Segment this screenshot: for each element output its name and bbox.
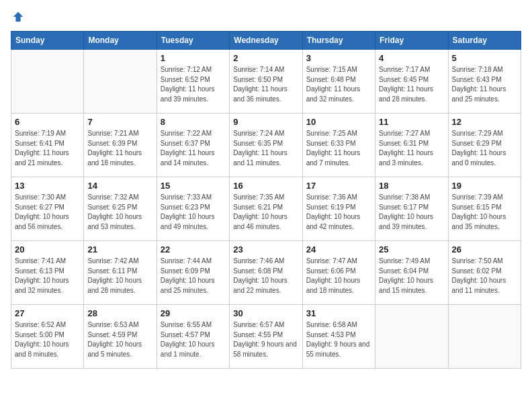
calendar-cell — [11, 50, 84, 113]
calendar-cell: 30Sunrise: 6:57 AM Sunset: 4:55 PM Dayli… — [230, 305, 302, 369]
calendar-cell — [375, 305, 448, 369]
calendar-week-1: 1Sunrise: 7:12 AM Sunset: 6:52 PM Daylig… — [11, 50, 521, 113]
calendar-cell: 31Sunrise: 6:58 AM Sunset: 4:53 PM Dayli… — [302, 305, 375, 369]
cell-info: Sunrise: 7:39 AM Sunset: 6:15 PM Dayligh… — [452, 193, 517, 232]
logo — [11, 11, 24, 23]
day-number: 16 — [233, 181, 298, 191]
cell-info: Sunrise: 7:46 AM Sunset: 6:08 PM Dayligh… — [233, 257, 298, 295]
day-number: 10 — [306, 117, 371, 127]
calendar-cell: 5Sunrise: 7:18 AM Sunset: 6:43 PM Daylig… — [448, 50, 521, 113]
day-number: 30 — [233, 308, 298, 318]
cell-info: Sunrise: 7:29 AM Sunset: 6:29 PM Dayligh… — [452, 129, 517, 168]
cell-info: Sunrise: 7:15 AM Sunset: 6:48 PM Dayligh… — [306, 65, 371, 104]
calendar-cell: 21Sunrise: 7:42 AM Sunset: 6:11 PM Dayli… — [84, 241, 157, 305]
day-number: 1 — [161, 53, 226, 63]
calendar-cell: 10Sunrise: 7:25 AM Sunset: 6:33 PM Dayli… — [302, 113, 375, 177]
day-number: 24 — [306, 244, 371, 255]
calendar-cell: 27Sunrise: 6:52 AM Sunset: 5:00 PM Dayli… — [11, 305, 84, 369]
cell-info: Sunrise: 7:22 AM Sunset: 6:37 PM Dayligh… — [161, 129, 226, 168]
calendar-cell: 15Sunrise: 7:33 AM Sunset: 6:23 PM Dayli… — [157, 177, 229, 241]
cell-info: Sunrise: 7:38 AM Sunset: 6:17 PM Dayligh… — [379, 193, 444, 232]
day-header-friday: Friday — [375, 32, 448, 50]
calendar-cell: 12Sunrise: 7:29 AM Sunset: 6:29 PM Dayli… — [448, 113, 521, 177]
day-header-sunday: Sunday — [11, 32, 84, 50]
cell-info: Sunrise: 7:25 AM Sunset: 6:33 PM Dayligh… — [306, 129, 371, 168]
cell-info: Sunrise: 7:49 AM Sunset: 6:04 PM Dayligh… — [379, 257, 444, 295]
cell-info: Sunrise: 7:42 AM Sunset: 6:11 PM Dayligh… — [87, 257, 152, 295]
calendar-cell: 17Sunrise: 7:36 AM Sunset: 6:19 PM Dayli… — [302, 177, 375, 241]
day-number: 17 — [306, 181, 371, 191]
calendar-cell: 24Sunrise: 7:47 AM Sunset: 6:06 PM Dayli… — [302, 241, 375, 305]
calendar-cell: 4Sunrise: 7:17 AM Sunset: 6:45 PM Daylig… — [375, 50, 448, 113]
day-number: 26 — [452, 244, 517, 255]
cell-info: Sunrise: 7:19 AM Sunset: 6:41 PM Dayligh… — [15, 129, 80, 168]
day-number: 4 — [379, 53, 444, 63]
cell-info: Sunrise: 7:24 AM Sunset: 6:35 PM Dayligh… — [233, 129, 298, 168]
cell-info: Sunrise: 7:17 AM Sunset: 6:45 PM Dayligh… — [379, 65, 444, 104]
day-number: 5 — [452, 53, 517, 63]
calendar-week-5: 27Sunrise: 6:52 AM Sunset: 5:00 PM Dayli… — [11, 305, 521, 369]
day-number: 2 — [233, 53, 298, 63]
day-number: 21 — [87, 244, 152, 255]
calendar-cell: 11Sunrise: 7:27 AM Sunset: 6:31 PM Dayli… — [375, 113, 448, 177]
calendar-week-2: 6Sunrise: 7:19 AM Sunset: 6:41 PM Daylig… — [11, 113, 521, 177]
calendar-cell: 16Sunrise: 7:35 AM Sunset: 6:21 PM Dayli… — [230, 177, 302, 241]
calendar-cell — [448, 305, 521, 369]
calendar-cell: 25Sunrise: 7:49 AM Sunset: 6:04 PM Dayli… — [375, 241, 448, 305]
cell-info: Sunrise: 7:18 AM Sunset: 6:43 PM Dayligh… — [452, 65, 517, 104]
calendar-cell: 6Sunrise: 7:19 AM Sunset: 6:41 PM Daylig… — [11, 113, 84, 177]
cell-info: Sunrise: 7:32 AM Sunset: 6:25 PM Dayligh… — [87, 193, 152, 232]
cell-info: Sunrise: 7:35 AM Sunset: 6:21 PM Dayligh… — [233, 193, 298, 232]
cell-info: Sunrise: 6:53 AM Sunset: 4:59 PM Dayligh… — [87, 320, 152, 359]
day-number: 27 — [15, 308, 80, 318]
cell-info: Sunrise: 7:47 AM Sunset: 6:06 PM Dayligh… — [306, 257, 371, 295]
calendar-cell: 14Sunrise: 7:32 AM Sunset: 6:25 PM Dayli… — [84, 177, 157, 241]
cell-info: Sunrise: 6:57 AM Sunset: 4:55 PM Dayligh… — [233, 320, 298, 359]
calendar-cell: 1Sunrise: 7:12 AM Sunset: 6:52 PM Daylig… — [157, 50, 229, 113]
cell-info: Sunrise: 7:12 AM Sunset: 6:52 PM Dayligh… — [161, 65, 226, 104]
logo-icon — [12, 11, 24, 23]
cell-info: Sunrise: 7:21 AM Sunset: 6:39 PM Dayligh… — [87, 129, 152, 168]
day-header-saturday: Saturday — [448, 32, 521, 50]
calendar-week-4: 20Sunrise: 7:41 AM Sunset: 6:13 PM Dayli… — [11, 241, 521, 305]
cell-info: Sunrise: 6:52 AM Sunset: 5:00 PM Dayligh… — [15, 320, 80, 359]
day-number: 7 — [87, 117, 152, 127]
day-number: 14 — [87, 181, 152, 191]
day-number: 12 — [452, 117, 517, 127]
cell-info: Sunrise: 7:14 AM Sunset: 6:50 PM Dayligh… — [233, 65, 298, 104]
cell-info: Sunrise: 6:55 AM Sunset: 4:57 PM Dayligh… — [161, 320, 226, 359]
day-header-row: SundayMondayTuesdayWednesdayThursdayFrid… — [11, 32, 521, 50]
calendar-cell: 23Sunrise: 7:46 AM Sunset: 6:08 PM Dayli… — [230, 241, 302, 305]
calendar-cell: 26Sunrise: 7:50 AM Sunset: 6:02 PM Dayli… — [448, 241, 521, 305]
calendar-cell — [84, 50, 157, 113]
day-number: 22 — [161, 244, 226, 255]
day-number: 15 — [161, 181, 226, 191]
calendar-cell: 19Sunrise: 7:39 AM Sunset: 6:15 PM Dayli… — [448, 177, 521, 241]
day-number: 20 — [15, 244, 80, 255]
calendar-cell: 22Sunrise: 7:44 AM Sunset: 6:09 PM Dayli… — [157, 241, 229, 305]
cell-info: Sunrise: 7:44 AM Sunset: 6:09 PM Dayligh… — [161, 257, 226, 295]
calendar-cell: 29Sunrise: 6:55 AM Sunset: 4:57 PM Dayli… — [157, 305, 229, 369]
calendar-cell: 8Sunrise: 7:22 AM Sunset: 6:37 PM Daylig… — [157, 113, 229, 177]
day-header-monday: Monday — [84, 32, 157, 50]
svg-marker-0 — [13, 12, 23, 21]
calendar-cell: 9Sunrise: 7:24 AM Sunset: 6:35 PM Daylig… — [230, 113, 302, 177]
day-header-wednesday: Wednesday — [230, 32, 302, 50]
calendar-week-3: 13Sunrise: 7:30 AM Sunset: 6:27 PM Dayli… — [11, 177, 521, 241]
calendar-cell: 18Sunrise: 7:38 AM Sunset: 6:17 PM Dayli… — [375, 177, 448, 241]
day-number: 13 — [15, 181, 80, 191]
day-number: 23 — [233, 244, 298, 255]
calendar-cell: 2Sunrise: 7:14 AM Sunset: 6:50 PM Daylig… — [230, 50, 302, 113]
cell-info: Sunrise: 7:33 AM Sunset: 6:23 PM Dayligh… — [161, 193, 226, 232]
calendar-cell: 7Sunrise: 7:21 AM Sunset: 6:39 PM Daylig… — [84, 113, 157, 177]
cell-info: Sunrise: 6:58 AM Sunset: 4:53 PM Dayligh… — [306, 320, 371, 359]
day-header-thursday: Thursday — [302, 32, 375, 50]
day-number: 31 — [306, 308, 371, 318]
day-number: 19 — [452, 181, 517, 191]
calendar-cell: 28Sunrise: 6:53 AM Sunset: 4:59 PM Dayli… — [84, 305, 157, 369]
day-number: 18 — [379, 181, 444, 191]
day-header-tuesday: Tuesday — [157, 32, 229, 50]
day-number: 8 — [161, 117, 226, 127]
calendar-cell: 20Sunrise: 7:41 AM Sunset: 6:13 PM Dayli… — [11, 241, 84, 305]
calendar-table: SundayMondayTuesdayWednesdayThursdayFrid… — [11, 31, 521, 369]
